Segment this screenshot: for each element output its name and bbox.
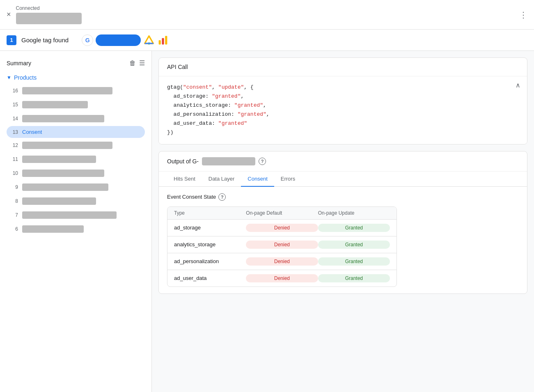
code-gtag: gtag( — [167, 84, 183, 90]
item-bar-7 — [22, 211, 117, 219]
output-card: Output of G- ? Hits Sent Data Layer Cons… — [158, 151, 527, 294]
type-analytics-storage: analytics_storage — [174, 241, 246, 248]
table-row-ad-storage: ad_storage Denied Granted — [167, 219, 396, 236]
top-bar: × Connected ⋮ — [0, 0, 534, 30]
main-layout: Summary 🗑 ☰ ▼ Products 16 15 — [0, 51, 534, 392]
item-number-14: 14 — [10, 116, 18, 121]
tag-header: 1 Google tag found G — [0, 30, 534, 51]
tag-found-label: Google tag found — [21, 37, 69, 44]
list-icon[interactable]: ☰ — [139, 59, 145, 67]
output-help-icon[interactable]: ? — [259, 158, 266, 165]
item-bar-12 — [22, 142, 112, 149]
code-line-1: gtag("consent", "update", { — [167, 83, 519, 92]
more-menu-button[interactable]: ⋮ — [519, 10, 527, 20]
item-bar-16 — [22, 87, 112, 94]
code-line-4: ad_personalization: "granted", — [167, 110, 519, 119]
chevron-down-icon: ▼ — [7, 75, 11, 80]
code-comma-3: , — [263, 102, 266, 108]
products-label: Products — [14, 74, 37, 81]
summary-label: Summary — [7, 60, 31, 66]
sidebar-summary: Summary 🗑 ☰ — [0, 54, 151, 72]
blue-pill-button[interactable] — [96, 34, 141, 46]
collapse-button[interactable]: ∧ — [516, 81, 520, 89]
code-adperson-val: "granted" — [238, 111, 266, 117]
event-consent-label: Event Consent State — [167, 194, 216, 200]
item-number-16: 16 — [10, 88, 18, 94]
svg-rect-4 — [162, 38, 164, 44]
code-comma1: , — [212, 84, 218, 90]
tag-id-bar — [16, 13, 82, 24]
tab-data-layer[interactable]: Data Layer — [202, 172, 241, 187]
default-analytics-storage: Denied — [246, 241, 318, 249]
code-line-5: ad_user_data: "granted" — [167, 119, 519, 128]
consent-section-title: Event Consent State ? — [167, 193, 519, 201]
code-line-2: ad_storage: "granted", — [167, 92, 519, 101]
trash-icon[interactable]: 🗑 — [129, 60, 136, 67]
sidebar-item-11[interactable]: 11 — [7, 153, 145, 166]
item-number-13: 13 — [10, 129, 18, 135]
update-ad-user-data: Granted — [318, 274, 390, 282]
col-header-type: Type — [174, 210, 246, 216]
type-ad-personalization: ad_personalization — [174, 258, 246, 264]
sidebar-item-14[interactable]: 14 — [7, 112, 145, 125]
output-title-prefix: Output of G- — [167, 158, 199, 165]
sidebar-item-8[interactable]: 8 — [7, 195, 145, 208]
sidebar: Summary 🗑 ☰ ▼ Products 16 15 — [0, 51, 152, 392]
code-ad-storage-key: ad_storage: — [174, 93, 212, 99]
svg-rect-5 — [165, 36, 167, 44]
update-ad-personalization: Granted — [318, 257, 390, 266]
tab-errors[interactable]: Errors — [274, 172, 302, 187]
consent-table: Type On-page Default On-page Update ad_s… — [167, 206, 397, 287]
close-button[interactable]: × — [7, 10, 11, 19]
g-tag-icon[interactable]: G — [82, 34, 93, 46]
code-analytics-key: analytics_storage: — [174, 102, 234, 108]
output-tag-id — [202, 157, 255, 165]
svg-marker-0 — [145, 36, 154, 43]
products-header[interactable]: ▼ Products — [3, 72, 148, 83]
code-open: , { — [244, 84, 253, 90]
update-ad-storage: Granted — [318, 224, 390, 232]
item-bar-15 — [22, 101, 88, 108]
default-ad-personalization: Denied — [246, 257, 318, 266]
sidebar-item-7[interactable]: 7 — [7, 209, 145, 222]
item-bar-9 — [22, 183, 108, 191]
item-number-9: 9 — [10, 184, 18, 190]
sidebar-item-10[interactable]: 10 — [7, 167, 145, 180]
item-number-10: 10 — [10, 170, 18, 176]
connected-label: Connected — [16, 5, 40, 11]
code-line-3: analytics_storage: "granted", — [167, 101, 519, 110]
code-aduser-key: ad_user_data: — [174, 120, 218, 126]
item-number-6: 6 — [10, 226, 18, 232]
top-bar-center: Connected — [16, 5, 82, 24]
code-consent-str: "consent" — [183, 84, 212, 90]
code-aduser-val: "granted" — [218, 120, 247, 126]
update-analytics-storage: Granted — [318, 241, 390, 249]
tab-hits-sent[interactable]: Hits Sent — [167, 172, 202, 187]
tab-consent[interactable]: Consent — [241, 172, 274, 187]
type-ad-user-data: ad_user_data — [174, 275, 246, 281]
item-bar-14 — [22, 115, 104, 122]
top-bar-left: × Connected — [7, 5, 82, 24]
sidebar-item-6[interactable]: 6 — [7, 222, 145, 236]
table-row-analytics-storage: analytics_storage Denied Granted — [167, 236, 396, 253]
code-adperson-key: ad_personalization: — [174, 111, 238, 117]
analytics-icon[interactable] — [157, 34, 169, 46]
svg-rect-3 — [159, 40, 161, 44]
sidebar-item-12[interactable]: 12 — [7, 139, 145, 152]
item-bar-10 — [22, 170, 104, 177]
default-ad-storage: Denied — [246, 224, 318, 232]
consent-help-icon[interactable]: ? — [218, 193, 226, 201]
sidebar-summary-icons[interactable]: 🗑 ☰ — [129, 59, 145, 67]
google-ads-icon[interactable] — [143, 34, 155, 46]
sidebar-item-9[interactable]: 9 — [7, 181, 145, 194]
sidebar-item-15[interactable]: 15 — [7, 98, 145, 111]
sidebar-item-16[interactable]: 16 — [7, 84, 145, 97]
table-row-ad-user-data: ad_user_data Denied Granted — [167, 270, 396, 287]
api-call-header: API Call — [159, 58, 527, 76]
code-analytics-val: "granted" — [234, 102, 263, 108]
code-line-6: }) — [167, 128, 519, 137]
output-card-header: Output of G- ? — [159, 151, 527, 172]
sidebar-items: 16 15 14 13 Consent — [3, 84, 148, 236]
content-area: API Call ∧ gtag("consent", "update", { a… — [152, 51, 534, 392]
sidebar-item-13[interactable]: 13 Consent — [7, 126, 145, 138]
